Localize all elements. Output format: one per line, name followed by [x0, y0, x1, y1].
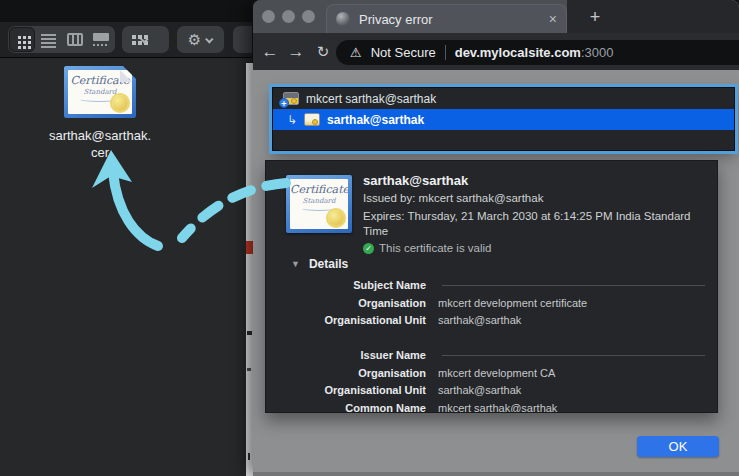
certificate-chain-list: + mkcert sarthak@sarthak ↳ sarthak@sarth… [272, 87, 735, 151]
validity-text: This certificate is valid [379, 242, 491, 254]
group-icon [132, 35, 136, 39]
certificate-summary: sarthak@sarthak Issued by: mkcert sartha… [363, 173, 695, 254]
details-header: Details [309, 257, 348, 271]
gallery-view-button[interactable] [88, 27, 114, 52]
group-by-button[interactable] [122, 26, 169, 53]
url-port: :3000 [581, 45, 614, 60]
background-window-edge [246, 63, 253, 476]
forward-button[interactable]: → [283, 33, 309, 70]
expires-line: Expires: Thursday, 21 March 2030 at 6:14… [363, 209, 695, 239]
certificate-file-icon: Certificate Standard [64, 66, 136, 118]
issued-by-line: Issued by: mkcert sarthak@sarthak [363, 191, 695, 206]
detail-row: Organisation mkcert development certific… [266, 297, 717, 312]
certificate-file[interactable]: Certificate Standard sarthak@sarthak. ce… [10, 66, 190, 161]
window-bottom-edge [253, 472, 739, 476]
new-tab-button[interactable]: + [583, 5, 607, 29]
gear-icon: ⚙ [188, 31, 201, 49]
section-title-row: Subject Name [266, 279, 717, 294]
browser-window: Privacy error × + ← → ↻ ⚠ Not Secure dev… [253, 0, 739, 476]
detail-row: Organisation mkcert development CA [266, 367, 717, 382]
address-bar[interactable]: ⚠ Not Secure dev.mylocalsite.com:3000 [336, 40, 739, 65]
validity-status: ✓ This certificate is valid [363, 242, 695, 254]
tab-strip: Privacy error × + [253, 0, 739, 33]
valid-check-icon: ✓ [363, 243, 374, 254]
list-view-button[interactable] [35, 27, 61, 52]
gold-seal-icon [328, 210, 344, 226]
certificate-details-panel: Certificate Standard sarthak@sarthak Iss… [265, 160, 718, 413]
icon-view-icon [18, 36, 21, 39]
section-divider-line [442, 355, 705, 356]
section-divider-line [442, 285, 705, 286]
reload-button[interactable]: ↻ [310, 33, 336, 70]
ok-button[interactable]: OK [637, 436, 719, 457]
leaf-certificate-icon [304, 113, 320, 126]
zoom-button[interactable] [302, 10, 315, 23]
url-host: dev.mylocalsite.com [455, 45, 581, 60]
not-secure-warning-icon: ⚠ [350, 45, 362, 60]
column-view-button[interactable] [62, 27, 88, 52]
details-disclosure[interactable]: ▼ Details [291, 257, 348, 271]
icon-view-button[interactable] [9, 27, 35, 52]
certificate-name: sarthak@sarthak [363, 173, 695, 188]
gallery-view-icon [93, 33, 109, 46]
certificate-chain-item-root[interactable]: + mkcert sarthak@sarthak [273, 88, 734, 109]
tab-favicon-globe-icon [336, 12, 350, 26]
plus-badge-icon: + [279, 98, 289, 108]
file-name-label: sarthak@sarthak. cer [10, 127, 190, 161]
return-arrow-icon: ↳ [287, 113, 297, 127]
background-red-element [246, 241, 253, 254]
omnibox-divider [445, 45, 446, 60]
tab-close-icon[interactable]: × [549, 12, 557, 26]
disclosure-triangle-icon: ▼ [291, 259, 300, 269]
view-mode-segmented-control [8, 26, 115, 53]
minimize-button[interactable] [282, 10, 295, 23]
chevron-down-icon [205, 35, 213, 43]
close-button[interactable] [262, 10, 275, 23]
detail-row: Organisational Unit sarthak@sarthak [266, 314, 717, 329]
actions-button[interactable]: ⚙ [177, 26, 224, 53]
detail-row: Organisational Unit sarthak@sarthak [266, 384, 717, 399]
browser-tab[interactable]: Privacy error × [326, 4, 567, 33]
tab-title: Privacy error [359, 12, 540, 27]
detail-row: Common Name mkcert sarthak@sarthak [266, 402, 717, 413]
screenshot-root: ⚙ Certificate Standard sarthak@sarthak. … [0, 0, 739, 476]
finder-titlebar [0, 0, 252, 22]
browser-toolbar: ← → ↻ ⚠ Not Secure dev.mylocalsite.com:3… [253, 33, 739, 70]
section-title-row: Issuer Name [266, 349, 717, 364]
gold-seal-icon [112, 95, 128, 111]
back-button[interactable]: ← [257, 33, 283, 70]
dimmed-page-area: + mkcert sarthak@sarthak ↳ sarthak@sarth… [253, 70, 739, 476]
finder-window: ⚙ Certificate Standard sarthak@sarthak. … [0, 0, 252, 476]
certificate-icon: Certificate Standard [286, 175, 352, 233]
chevron-down-icon [140, 35, 148, 43]
certificate-chain-item-leaf[interactable]: ↳ sarthak@sarthak [273, 109, 734, 130]
not-secure-label[interactable]: Not Secure [371, 45, 436, 60]
column-view-icon [67, 33, 83, 46]
finder-toolbar: ⚙ [0, 22, 252, 58]
list-view-icon [41, 34, 56, 36]
partial-toolbar-button[interactable] [233, 26, 252, 53]
root-certificate-icon: + [283, 92, 299, 105]
